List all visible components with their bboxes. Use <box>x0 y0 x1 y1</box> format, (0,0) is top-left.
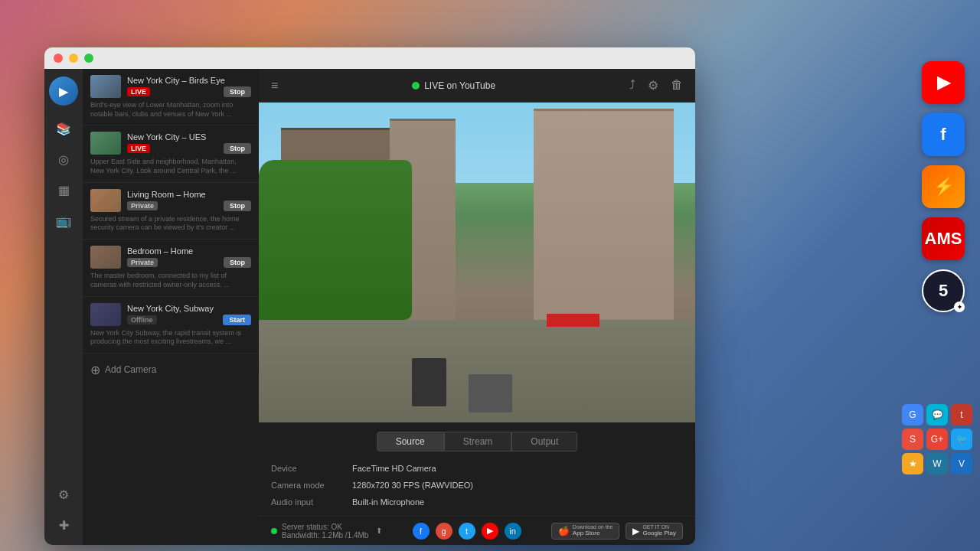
google-icon[interactable]: G <box>902 404 923 425</box>
add-camera-icon: ⊕ <box>90 363 100 377</box>
google-play-icon: ▶ <box>632 526 639 536</box>
grid-icon: ▦ <box>58 183 70 197</box>
tab-output[interactable]: Output <box>511 432 577 452</box>
camera-thumb-1 <box>90 132 121 155</box>
google-play-label: Google Play <box>642 530 676 537</box>
sidebar-item-grid[interactable]: ▦ <box>51 178 76 202</box>
camera-info-2: Living Room – Home Private Stop <box>127 190 251 211</box>
source-info: Device FaceTime HD Camera Camera mode 12… <box>271 464 683 507</box>
sidebar-item-map[interactable]: 📚 <box>51 116 76 141</box>
stop-button-0[interactable]: Stop <box>224 86 251 97</box>
ams-icon: AMS <box>925 229 962 249</box>
footer-youtube-icon[interactable]: ▶ <box>482 523 498 540</box>
s-icon[interactable]: S <box>902 429 923 450</box>
camera-name-1: New York City – UES <box>127 132 251 142</box>
add-icon: ✚ <box>59 518 69 533</box>
gplus-icon[interactable]: G+ <box>926 429 948 450</box>
sidebar-item-add[interactable]: ✚ <box>51 513 76 537</box>
star-icon[interactable]: ★ <box>902 453 923 474</box>
footer-googleplus-icon[interactable]: g <box>436 523 452 540</box>
facebook-icon: f <box>940 125 946 145</box>
five-desktop-icon[interactable]: 5 ✦ <box>922 269 965 312</box>
camera-desc-3: The master bedroom, connected to my list… <box>90 272 251 289</box>
delete-button[interactable]: 🗑 <box>671 78 683 93</box>
sidebar-logo[interactable]: ▶ <box>49 77 78 106</box>
youtube-desktop-icon[interactable]: ▶ <box>922 61 965 104</box>
small-icon-cluster: G 💬 t S G+ 🐦 ★ W V <box>902 404 972 474</box>
camera-item-2[interactable]: Living Room – Home Private Stop Secured … <box>83 183 259 240</box>
settings-button[interactable]: ⚙ <box>648 78 658 93</box>
wp-icon[interactable]: W <box>926 453 948 474</box>
camera-name-0: New York City – Birds Eye <box>127 76 251 85</box>
sidebar-item-tv[interactable]: 📺 <box>51 208 76 233</box>
google-play-badge[interactable]: ▶ GET IT ON Google Play <box>626 523 683 540</box>
facebook-desktop-icon[interactable]: f <box>922 113 965 156</box>
main-content: ≡ LIVE on YouTube ⤴ ⚙ 🗑 <box>259 69 695 545</box>
camera-header-4: New York City, Subway Offline Start <box>90 303 251 326</box>
camera-item-3[interactable]: Bedroom – Home Private Stop The master b… <box>83 240 259 296</box>
camera-item-0[interactable]: New York City – Birds Eye LIVE Stop Bird… <box>83 69 259 126</box>
camera-name-4: New York City, Subway <box>127 304 251 313</box>
stop-button-1[interactable]: Stop <box>224 143 251 154</box>
audio-row: Audio input Built-in Microphone <box>271 497 683 507</box>
share-button[interactable]: ⤴ <box>629 78 635 93</box>
tab-source[interactable]: Source <box>377 432 444 452</box>
camera-info-4: New York City, Subway Offline Start <box>127 304 251 325</box>
video-preview <box>259 103 695 422</box>
tab-stream[interactable]: Stream <box>444 432 512 452</box>
camera-item-1[interactable]: New York City – UES LIVE Stop Upper East… <box>83 126 259 182</box>
footer-twitter-icon[interactable]: t <box>459 523 475 540</box>
camera-header-2: Living Room – Home Private Stop <box>90 189 251 212</box>
top-actions: ⤴ ⚙ 🗑 <box>629 78 683 93</box>
status-badge-4: Offline <box>127 315 157 324</box>
camera-desc-1: Upper East Side and neighborhood, Manhat… <box>90 158 251 175</box>
add-camera-label: Add Camera <box>105 364 156 375</box>
camera-desc-2: Secured stream of a private residence, t… <box>90 215 251 233</box>
footer-linkedin-icon[interactable]: in <box>505 523 521 540</box>
title-bar <box>44 47 695 69</box>
bandwidth-label: Bandwidth: 1.2Mb /1.4Mb <box>282 531 368 540</box>
app-store-badge[interactable]: 🍎 Download on the App Store <box>551 523 620 540</box>
upload-icon: ⬆ <box>376 527 382 535</box>
stop-button-3[interactable]: Stop <box>224 257 251 268</box>
camera-name-2: Living Room – Home <box>127 190 251 199</box>
camera-status-row-3: Private Stop <box>127 257 251 268</box>
chat-icon[interactable]: 💬 <box>926 404 948 425</box>
stop-button-2[interactable]: Stop <box>224 201 251 211</box>
status-info: Server status: OK Bandwidth: 1.2Mb /1.4M… <box>282 523 368 540</box>
twitter-icon[interactable]: 🐦 <box>951 429 972 450</box>
ams-desktop-icon[interactable]: AMS <box>922 217 965 260</box>
close-button[interactable] <box>54 54 63 63</box>
sidebar-item-settings[interactable]: ⚙ <box>51 482 76 507</box>
bottom-section: Source Stream Output Device FaceTime HD … <box>259 422 695 516</box>
vimeo-icon[interactable]: V <box>951 453 972 474</box>
camera-header-3: Bedroom – Home Private Stop <box>90 246 251 269</box>
camera-status-row-0: LIVE Stop <box>127 86 251 97</box>
camera-item-4[interactable]: New York City, Subway Offline Start New … <box>83 297 259 354</box>
camera-header-0: New York City – Birds Eye LIVE Stop <box>90 75 251 98</box>
thunder-desktop-icon[interactable]: ⚡ <box>922 165 965 208</box>
camera-thumb-4 <box>90 303 121 326</box>
device-value: FaceTime HD Camera <box>352 464 436 473</box>
thumb-img-2 <box>90 189 121 212</box>
add-camera-button[interactable]: ⊕ Add Camera <box>83 354 259 386</box>
thumb-img-3 <box>90 246 121 269</box>
camera-status-row-2: Private Stop <box>127 201 251 211</box>
start-button-4[interactable]: Start <box>223 315 251 325</box>
app-window: ▶ 📚 ◎ ▦ 📺 ⚙ ✚ <box>44 47 695 545</box>
footer: Server status: OK Bandwidth: 1.2Mb /1.4M… <box>259 516 695 545</box>
audio-label: Audio input <box>271 497 340 507</box>
menu-icon[interactable]: ≡ <box>271 79 278 93</box>
minimize-button[interactable] <box>69 54 78 63</box>
desktop-icons: ▶ f ⚡ AMS 5 ✦ <box>922 61 965 312</box>
sidebar-item-location[interactable]: ◎ <box>51 147 76 171</box>
trees-left <box>259 160 412 320</box>
audio-value: Built-in Microphone <box>352 497 424 507</box>
thunder-icon: ⚡ <box>933 177 954 197</box>
tumblr-icon[interactable]: t <box>951 404 972 425</box>
footer-facebook-icon[interactable]: f <box>413 523 430 540</box>
settings-icon: ⚙ <box>58 487 69 502</box>
building-right <box>534 109 673 349</box>
camera-info-0: New York City – Birds Eye LIVE Stop <box>127 76 251 97</box>
maximize-button[interactable] <box>84 54 93 63</box>
